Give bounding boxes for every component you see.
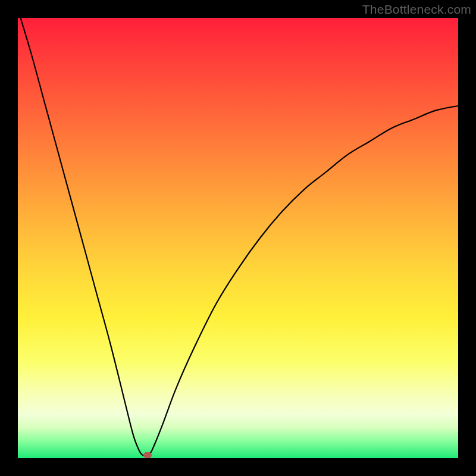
chart-frame: TheBottleneck.com [0,0,476,476]
plot-area [18,18,458,458]
curve-svg [18,18,458,458]
optimum-marker [143,452,152,458]
bottleneck-curve [18,18,458,456]
watermark-label: TheBottleneck.com [362,2,471,17]
